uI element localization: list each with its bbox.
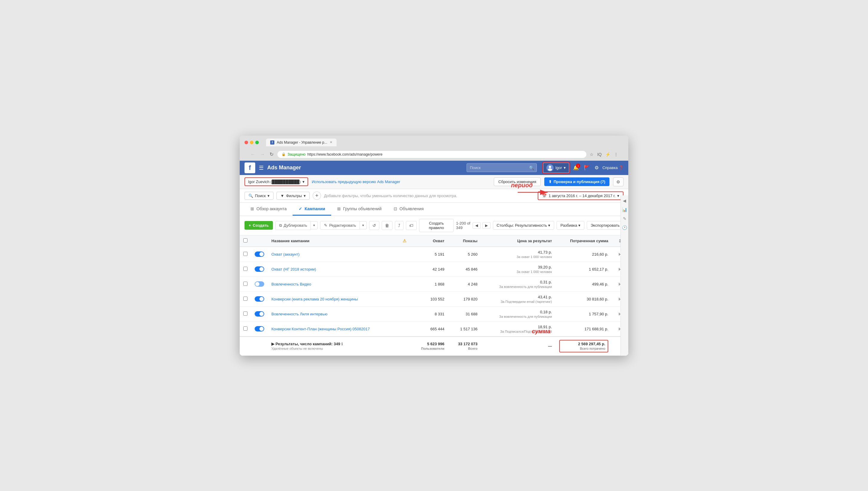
campaign-name-1[interactable]: Охват (аккаунт) (271, 252, 299, 257)
duplicate-button[interactable]: ⧉ Дублировать (275, 221, 311, 230)
iq-button[interactable]: IQ (597, 151, 602, 157)
price-1: 41,73 р. За охват 1 000 человек (481, 247, 555, 262)
forward-button[interactable]: → (259, 151, 266, 158)
tab-close-button[interactable]: ✕ (330, 140, 332, 144)
search-button[interactable]: 🔍 (527, 164, 537, 172)
row-checkbox-4[interactable] (243, 296, 247, 301)
row-toggle-6[interactable] (255, 326, 264, 331)
tab-campaigns[interactable]: ✓ Кампании (293, 203, 331, 215)
sidebar-clock-icon[interactable]: 🕐 (622, 225, 627, 230)
export-button[interactable]: Экспортировать (587, 221, 624, 230)
filter-bar: 🔍 Поиск ▾ ▼ Фильтры ▾ + Добавьте фильтры… (240, 189, 628, 203)
search-input[interactable] (467, 164, 527, 172)
price-sub-3: За вовлеченность для публикации (485, 285, 552, 289)
sidebar-collapse-icon[interactable]: ◀ (623, 198, 626, 203)
notifications-button[interactable]: 🔔 1 (572, 164, 580, 172)
publish-label: Проверка и публикация (7) (553, 179, 605, 184)
settings-nav-button[interactable]: ⚙ (593, 164, 600, 172)
minimize-button[interactable] (250, 141, 253, 144)
tab-account-overview[interactable]: ⊞ Обзор аккаунта (244, 203, 293, 215)
bookmark-button[interactable]: ☆ (589, 151, 594, 157)
search-dropdown-arrow: ▾ (268, 194, 270, 198)
svg-point-1 (548, 169, 552, 171)
row-toggle-4[interactable] (255, 296, 264, 302)
extensions-button[interactable]: ⚡ (605, 151, 611, 157)
price-sub-4: За Подтвердили email (таргетинг) (485, 300, 552, 304)
table-row: Конверсии (книга реклама 20 ноября) женщ… (240, 291, 628, 307)
breakdown-label: Разбивка (561, 223, 577, 228)
prev-page-button[interactable]: ◀ (472, 222, 481, 229)
campaign-name-6[interactable]: Конверсии Контент-План (женщины Россия) … (271, 327, 370, 331)
row-checkbox-1[interactable] (243, 252, 247, 256)
fb-logo-text: f (249, 164, 251, 172)
row-toggle-1[interactable] (255, 252, 264, 257)
pagination-info: 1-200 of 349 ◀ ▶ (456, 221, 490, 230)
filter-icon: ▼ (280, 194, 284, 198)
spent-6: 171 688,91 р. (555, 321, 612, 337)
move-button[interactable]: ⤴ (395, 221, 404, 230)
more-button[interactable]: ⋮ (613, 151, 619, 157)
reach-2: 42 149 (410, 262, 448, 277)
row-toggle-3[interactable] (255, 281, 264, 287)
help-button[interactable]: Справка ❓ (602, 166, 624, 170)
summary-impressions: 33 172 073 Всего (448, 337, 481, 356)
tab-account-overview-label: Обзор аккаунта (256, 206, 287, 211)
campaign-name-2[interactable]: Охват (НГ 2018 истории) (271, 267, 316, 271)
campaigns-check-icon: ✓ (299, 206, 302, 211)
toolbar-settings-button[interactable]: ⚙ (613, 177, 624, 186)
row-checkbox-2[interactable] (243, 267, 247, 271)
search-filter-button[interactable]: 🔍 Поиск ▾ (244, 192, 273, 200)
svg-point-0 (549, 166, 551, 168)
add-filter-button[interactable]: + (313, 192, 321, 200)
create-rule-button[interactable]: Создать правило (419, 219, 454, 232)
tab-ads[interactable]: ⊡ Объявления (388, 203, 430, 215)
sidebar-edit-icon[interactable]: ✎ (623, 216, 626, 221)
filters-label: Фильтры (286, 194, 302, 198)
account-selector-button[interactable]: Igor Zuevich (██████████) ▾ (244, 177, 308, 186)
menu-icon[interactable]: ☰ (259, 165, 264, 171)
delete-button[interactable]: 🗑 (382, 221, 392, 230)
edit-dropdown-button[interactable]: ▾ (360, 221, 367, 229)
breakdown-button[interactable]: Разбивка ▾ (557, 221, 584, 230)
columns-button[interactable]: Столбцы: Результативность ▾ (493, 221, 554, 230)
summary-total-value: 2 569 297,45 р. (578, 342, 605, 346)
spent-5: 1 757,90 р. (555, 307, 612, 321)
view-tabs: ⊞ Обзор аккаунта ✓ Кампании ⊞ Группы объ… (240, 203, 628, 216)
tab-ad-groups[interactable]: ⊞ Группы объявлений (331, 203, 388, 215)
next-page-button[interactable]: ▶ (482, 222, 490, 229)
reach-4: 103 552 (410, 291, 448, 307)
tab-title: Ads Manager - Управление р... (277, 140, 327, 145)
row-toggle-5[interactable] (255, 311, 264, 317)
create-button[interactable]: + Создать (244, 221, 273, 230)
campaign-name-3[interactable]: Вовлеченность Видео (271, 282, 311, 286)
sidebar-chart-icon[interactable]: 📊 (622, 207, 627, 212)
user-account-button[interactable]: Igor ▾ (543, 163, 569, 173)
campaign-name-4[interactable]: Конверсии (книга реклама 20 ноября) женщ… (271, 297, 358, 301)
flags-button[interactable]: 🚩 (582, 164, 591, 172)
row-toggle-2[interactable] (255, 266, 264, 272)
browser-tab[interactable]: f Ads Manager - Управление р... ✕ (266, 139, 336, 146)
price-4: 43,41 р. За Подтвердили email (таргетинг… (481, 291, 555, 307)
table-row: Конверсии Контент-План (женщины Россия) … (240, 321, 628, 337)
restore-button[interactable]: ↺ (369, 221, 379, 230)
campaign-name-5[interactable]: Вовлеченность Лиля интервью (271, 312, 328, 316)
row-checkbox-3[interactable] (243, 282, 247, 286)
duplicate-dropdown-button[interactable]: ▾ (311, 221, 318, 229)
impressions-3: 4 248 (448, 277, 481, 291)
maximize-button[interactable] (255, 141, 259, 144)
filters-button[interactable]: ▼ Фильтры ▾ (276, 192, 310, 200)
close-button[interactable] (244, 141, 248, 144)
prev-version-link[interactable]: Использовать предыдущую версию Ads Manag… (312, 179, 400, 184)
tag-button[interactable]: 🏷 (406, 221, 417, 230)
edit-button[interactable]: ✎ Редактировать (320, 221, 360, 230)
spent-2: 1 652,17 р. (555, 262, 612, 277)
row-checkbox-6[interactable] (243, 326, 247, 330)
back-button[interactable]: ← (249, 151, 256, 158)
column-header-warn: ⚠ (399, 235, 410, 247)
spent-3: 499,46 р. (555, 277, 612, 291)
publish-button[interactable]: ⬆ Проверка и публикация (7) (544, 177, 609, 186)
row-checkbox-5[interactable] (243, 312, 247, 316)
select-all-checkbox[interactable] (243, 238, 247, 242)
column-header-spent: Потраченная сумма (555, 235, 612, 247)
reload-button[interactable]: ↻ (268, 151, 275, 158)
